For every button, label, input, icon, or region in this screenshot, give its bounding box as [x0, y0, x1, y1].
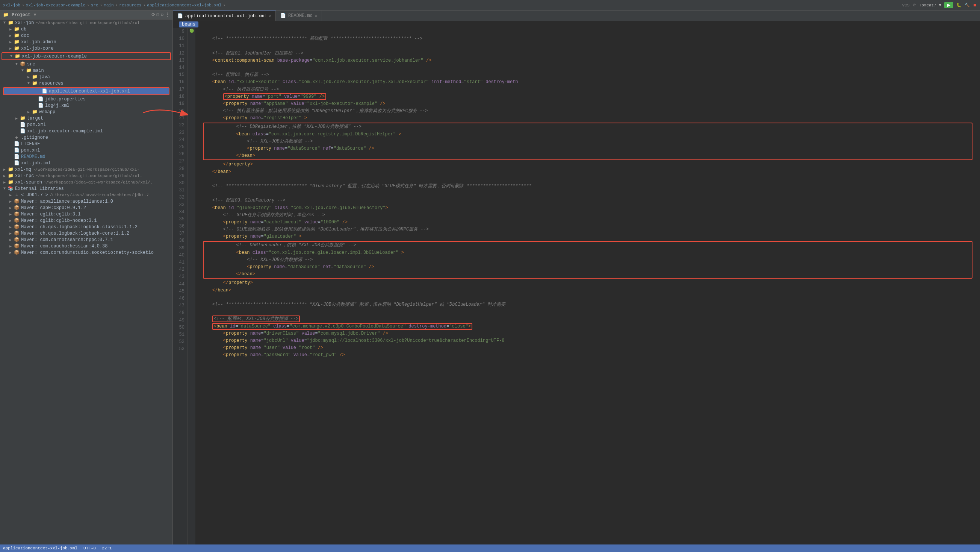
status-bar: applicationcontext-xxl-job.xml UTF-8 22:…: [0, 544, 980, 552]
line-numbers: 9 10 11 12 13 14 15 16 17 18 19 20 21 22…: [173, 28, 188, 544]
tree-item-maven-c3p0[interactable]: ▶ 📦 Maven: c3p0:c3p0:0.9.1.2: [0, 204, 172, 211]
debug-button[interactable]: 🐛: [956, 3, 962, 8]
tree-item-doc[interactable]: ▶ 📁 doc: [0, 32, 172, 39]
tab-close-applicationcontext[interactable]: ✕: [269, 14, 271, 18]
code-line-42: </bean>: [204, 271, 972, 278]
tree-item-xxl-mq[interactable]: ▶ 📁 xxl-mq ~/workspaces/idea-git-workspa…: [0, 166, 172, 172]
code-line-44: </bean>: [201, 287, 974, 294]
breadcrumb-main[interactable]: main: [104, 3, 113, 8]
app-container: xxl-job › xxl-job-executor-example › src…: [0, 0, 980, 552]
tree-item-log4j[interactable]: ▶ 📄 log4j.xml: [0, 102, 172, 108]
stop-button[interactable]: ⏹: [973, 3, 977, 8]
folder-icon: 📁: [8, 173, 14, 179]
sidebar-tree[interactable]: ▼ 📁 xxl-job ~/workspaces/idea-git-worksp…: [0, 19, 172, 544]
code-line-25: <property name="dataSource" ref="dataSou…: [204, 145, 972, 152]
tree-item-maven-carrotsearch[interactable]: ▶ 📦 Maven: com.carrotsearch:hppc:0.7.1: [0, 236, 172, 243]
breadcrumb-xxl-job[interactable]: xxl-job: [3, 3, 20, 8]
highlight-box-glueloader: <!-- DbGlueLoader，依赖 "XXL-JOB公共数据源" --> …: [203, 241, 972, 279]
tree-item-maven-logback-core[interactable]: ▶ 📦 Maven: ch.qos.logback:logback-core:1…: [0, 230, 172, 236]
jar-icon: 📦: [14, 211, 19, 217]
iml-icon: 📄: [14, 160, 19, 166]
code-line-34: <!-- GLUE任务示例缓存失效时间，单位/ms -->: [201, 212, 974, 219]
jar-icon: 📦: [14, 243, 19, 249]
settings-icon[interactable]: ⚙: [161, 12, 164, 18]
jar-icon: 📦: [14, 237, 19, 242]
jdk-icon: ☕: [14, 192, 19, 198]
tree-item-applicationcontext[interactable]: ▶ 📄 applicationcontext-xxl-job.xml: [4, 88, 169, 94]
tab-close-readme[interactable]: ✕: [315, 14, 317, 18]
tree-item-maven-netty[interactable]: ▶ 📦 Maven: com.corundumstudio.socketio:n…: [0, 249, 172, 256]
tomcat-selector[interactable]: Tomcat7 ▼: [919, 3, 941, 8]
folder-icon: 📁: [3, 12, 9, 18]
code-line-50: <property name="driverClass" value="com.…: [201, 330, 974, 337]
code-line-13: <context:component-scan base-package="co…: [201, 57, 974, 64]
folder-icon: 📁: [8, 20, 14, 26]
main-layout: 📁 Project ▼ ⟳ ⊟ ⚙ ⋮ ▼ 📁 xxl-job ~/worksp…: [0, 11, 980, 544]
tree-item-license[interactable]: ▶ 📄 LICENSE: [0, 140, 172, 147]
run-button[interactable]: ▶: [944, 2, 953, 8]
code-line-39: <bean class="com.xxl.job.core.glue.loade…: [204, 249, 972, 257]
code-content[interactable]: <!-- ****************************** 基础配置…: [196, 28, 980, 544]
tree-item-db[interactable]: ▶ 📁 db: [0, 26, 172, 32]
tree-item-xxl-job-admin[interactable]: ▶ 📁 xxl-job-admin: [0, 39, 172, 45]
vcs-icon: VCS: [902, 3, 910, 8]
tree-item-webapp[interactable]: ▶ 📁 webapp: [0, 108, 172, 115]
tree-item-pom-executor[interactable]: ▶ 📄 pom.xml: [0, 121, 172, 128]
tree-item-resources[interactable]: ▼ 📁 resources: [0, 80, 172, 86]
folder-icon: 📁: [19, 115, 25, 121]
code-line-48: <!-- 配置04、XXL-JOB公共数据源 -->: [201, 316, 974, 322]
folder-icon: 📁: [14, 39, 19, 45]
folder-icon: 📁: [8, 179, 14, 185]
build-button[interactable]: 🔨: [965, 3, 970, 8]
tree-item-xxl-job-executor-example[interactable]: ▼ 📁 xxl-job-executor-example: [2, 53, 170, 59]
breadcrumb-resources[interactable]: resources: [119, 3, 141, 8]
tree-item-iml-executor[interactable]: ▶ 📄 xxl-job-executor-example.iml: [0, 128, 172, 134]
tree-item-java[interactable]: ▶ 📁 java: [0, 74, 172, 80]
tree-item-gitignore[interactable]: ▶ ◆ .gitignore: [0, 134, 172, 140]
tab-applicationcontext[interactable]: 📄 applicationcontext-xxl-job.xml ✕: [173, 11, 276, 21]
sync-icon[interactable]: ⟳: [151, 12, 155, 18]
tree-item-iml-root[interactable]: ▶ 📄 xxl-job.iml: [0, 160, 172, 166]
tree-item-main[interactable]: ▼ 📁 main: [0, 67, 172, 74]
code-line-47: [201, 308, 974, 316]
folder-icon: 📁: [32, 80, 38, 86]
folder-icon: 📁: [14, 46, 19, 51]
tree-item-readme[interactable]: ▶ 📄 README.md: [0, 153, 172, 160]
jar-icon: 📦: [14, 230, 19, 236]
tree-item-maven-aopalliance[interactable]: ▶ 📦 Maven: aopalliance:aopalliance:1.0: [0, 198, 172, 204]
beans-tag[interactable]: beans: [179, 21, 199, 27]
tree-item-jdbc[interactable]: ▶ 📄 jdbc.properties: [0, 96, 172, 102]
tree-item-xxl-search[interactable]: ▶ 📁 xxl-search ~/workspaces/idea-git-wor…: [0, 179, 172, 185]
tree-item-xxl-job-core[interactable]: ▶ 📁 xxl-job-core: [0, 45, 172, 51]
tree-item-jdk[interactable]: ▶ ☕ < JDK1.7 > /Library/Java/JavaVirtual…: [0, 192, 172, 198]
tree-item-maven-cglib[interactable]: ▶ 📦 Maven: cglib:cglib:3.1: [0, 211, 172, 217]
folder-icon: 📁: [14, 33, 19, 38]
code-line-24: <!-- XXL-JOB公共数据源 -->: [204, 138, 972, 145]
gutter: 🟢: [188, 28, 196, 544]
breadcrumb-file[interactable]: applicationcontext-xxl-job.xml: [147, 3, 221, 8]
tree-item-xxl-job[interactable]: ▼ 📁 xxl-job ~/workspaces/idea-git-worksp…: [0, 19, 172, 26]
breadcrumb-executor[interactable]: xxl-job-executor-example: [26, 3, 85, 8]
code-line-31: [201, 190, 974, 197]
tab-md-icon: 📄: [280, 13, 286, 18]
tree-item-xxl-rpc[interactable]: ▶ 📁 xxl-rpc ~/workspaces/idea-git-worksp…: [0, 172, 172, 179]
pom-icon: 📄: [14, 147, 19, 153]
code-line-35: <property name="cacheTimeout" value="100…: [201, 219, 974, 226]
code-editor[interactable]: 9 10 11 12 13 14 15 16 17 18 19 20 21 22…: [173, 28, 980, 544]
collapse-icon[interactable]: ⊟: [157, 12, 159, 18]
breadcrumb-src[interactable]: src: [91, 3, 99, 8]
tree-item-pom-root[interactable]: ▶ 📄 pom.xml: [0, 147, 172, 153]
tree-item-maven-cglib-nodep[interactable]: ▶ 📦 Maven: cglib:cglib-nodep:3.1: [0, 217, 172, 224]
update-icon: ⟳: [913, 3, 916, 8]
gear-icon[interactable]: ⋮: [165, 12, 169, 18]
code-line-37: <property name="glueLoader" >: [201, 233, 974, 240]
tab-readme[interactable]: 📄 README.md ✕: [276, 11, 322, 21]
tree-item-src[interactable]: ▼ 📦 src: [0, 61, 172, 67]
tab-readme-label: README.md: [288, 13, 313, 18]
tree-item-maven-caucho[interactable]: ▶ 📦 Maven: com.caucho:hessian:4.0.38: [0, 243, 172, 249]
tree-item-target[interactable]: ▶ 📁 target: [0, 115, 172, 121]
jar-icon: 📦: [14, 224, 19, 230]
tree-item-external-libraries[interactable]: ▼ 📚 External Libraries: [0, 185, 172, 192]
tree-item-maven-logback-classic[interactable]: ▶ 📦 Maven: ch.qos.logback:logback-classi…: [0, 224, 172, 230]
code-line-28: </bean>: [201, 169, 974, 175]
